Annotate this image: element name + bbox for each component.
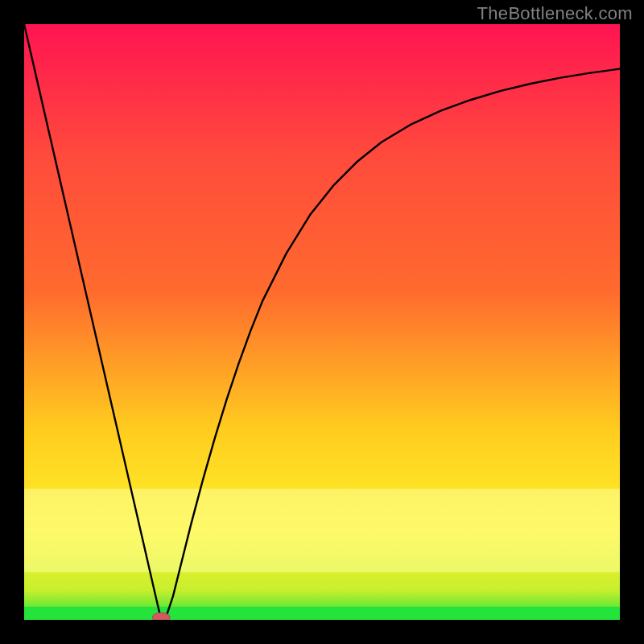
green-strip	[24, 607, 620, 620]
minimum-marker	[152, 613, 170, 620]
watermark-text: TheBottleneck.com	[477, 3, 633, 24]
yellow-band	[24, 489, 620, 572]
plot-area	[24, 24, 620, 620]
chart-container: TheBottleneck.com	[0, 0, 644, 644]
chart-svg	[24, 24, 620, 620]
